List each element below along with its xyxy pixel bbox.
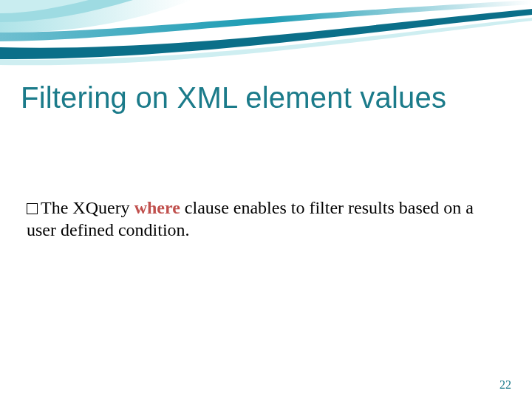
page-number: 22 bbox=[499, 378, 511, 392]
slide: Filtering on XML element values The XQue… bbox=[0, 0, 532, 399]
bullet-text-pre: The XQuery bbox=[41, 198, 134, 217]
header-swoosh-decoration bbox=[0, 0, 532, 89]
keyword-where: where bbox=[134, 198, 180, 217]
bullet-marker-icon bbox=[27, 203, 38, 214]
bullet-paragraph: The XQuery where clause enables to filte… bbox=[27, 197, 495, 241]
slide-title: Filtering on XML element values bbox=[21, 81, 511, 115]
